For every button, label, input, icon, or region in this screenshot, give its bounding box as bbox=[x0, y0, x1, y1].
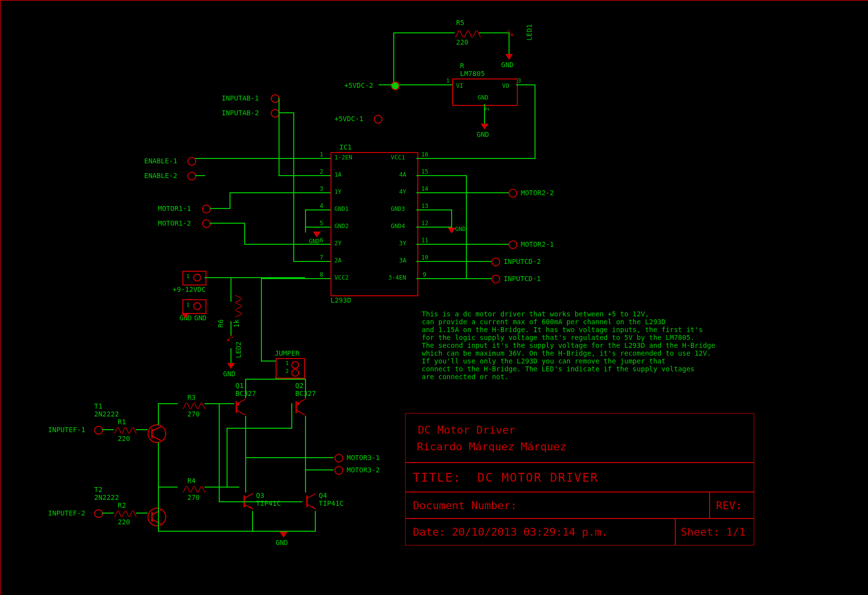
description-block: This is a dc motor driver that works bet… bbox=[422, 310, 715, 381]
transistor-icon bbox=[302, 492, 322, 513]
gnd-label: GND bbox=[309, 238, 320, 245]
q3-value: TIP41C bbox=[256, 499, 281, 507]
motor21-label: MOTOR2-1 bbox=[521, 240, 554, 248]
transistor-icon bbox=[291, 397, 311, 418]
motor31-pad bbox=[334, 454, 343, 463]
desc-line: If you'll use only the L293D you can rem… bbox=[422, 357, 715, 365]
gnd-label: GND bbox=[223, 370, 235, 378]
ic1-pin: 4Y bbox=[399, 188, 406, 195]
q1-name: Q1 bbox=[235, 382, 244, 389]
svg-line-3 bbox=[152, 436, 161, 440]
gnd-icon bbox=[313, 232, 321, 237]
gnd-icon bbox=[481, 124, 488, 129]
r5-value: 220 bbox=[456, 38, 468, 46]
gnd-icon bbox=[505, 54, 513, 60]
gnd-icon bbox=[280, 532, 287, 538]
ic1-pin: 3Y bbox=[399, 240, 406, 247]
resistor-icon: /\/\/\ bbox=[182, 485, 205, 494]
ic1-pin: GND1 bbox=[334, 206, 349, 212]
svg-point-0 bbox=[148, 425, 166, 442]
r4-name: R4 bbox=[187, 477, 196, 485]
ic1-pin: 2A bbox=[334, 257, 341, 264]
motor32-label: MOTOR3-2 bbox=[347, 466, 380, 474]
inputab2-label: INPUTAB-2 bbox=[222, 109, 259, 117]
r5-name: R5 bbox=[456, 19, 464, 26]
r1-value: 220 bbox=[118, 435, 130, 442]
reg-pin3-num: 3 bbox=[518, 78, 521, 84]
ic1-pinnum: 9 bbox=[423, 271, 426, 278]
inputcd2-label: INPUTCD-2 bbox=[504, 258, 541, 265]
ic1-pinnum: 11 bbox=[421, 237, 428, 244]
jumper-pin2: 2 bbox=[285, 368, 289, 374]
ic1-pin: 1A bbox=[334, 171, 341, 178]
r3-value: 270 bbox=[187, 410, 200, 418]
plus5vdc2-pad bbox=[391, 81, 400, 90]
inputef1-label: INPUTEF-1 bbox=[48, 426, 85, 434]
ic1-pinnum: 1 bbox=[320, 151, 323, 158]
tb-project: DC Motor Driver bbox=[418, 424, 515, 436]
inputef2-label: INPUTEF-2 bbox=[48, 509, 85, 517]
pad1-marker: 1 bbox=[186, 273, 190, 280]
ic1-pinnum: 16 bbox=[421, 151, 428, 158]
desc-line: and 1.15A on the H-Bridge. It has two vo… bbox=[422, 326, 715, 334]
svg-line-10 bbox=[296, 410, 305, 415]
t1-name: T1 bbox=[94, 402, 102, 410]
power-pad-912: 1 bbox=[182, 271, 206, 285]
ic1-pinnum: 15 bbox=[421, 168, 428, 175]
led-icon: ▷▸ bbox=[224, 334, 235, 345]
transistor-icon bbox=[231, 397, 251, 418]
jumper: 1 2 bbox=[276, 358, 305, 379]
r6-name: R6 bbox=[217, 319, 225, 328]
ic1-pin: GND4 bbox=[391, 223, 405, 230]
reg-pin-gnd: GND bbox=[478, 94, 488, 101]
reg-value: LM7805 bbox=[460, 70, 485, 78]
svg-line-15 bbox=[152, 519, 161, 524]
gnd-label: GND bbox=[455, 226, 466, 233]
inputcd2-pad bbox=[491, 258, 500, 266]
ic1-pin: VCC1 bbox=[391, 154, 405, 161]
tb-author: Ricardo Márquez Márquez bbox=[417, 440, 566, 453]
ic1-pinnum: 5 bbox=[320, 220, 323, 227]
tb-sheet: Sheet: 1/1 bbox=[681, 526, 745, 538]
ic1-pin: 1-2EN bbox=[334, 154, 352, 161]
p5vdc1-label: +5VDC-1 bbox=[334, 115, 363, 123]
svg-line-17 bbox=[244, 493, 253, 498]
r3-name: R3 bbox=[187, 393, 196, 401]
p912-label: +9-12VDC bbox=[173, 285, 205, 293]
t2-value: 2N2222 bbox=[94, 493, 119, 501]
svg-line-9 bbox=[296, 399, 305, 404]
voltage-regulator: VI VO GND bbox=[452, 78, 518, 106]
resistor-icon: /\/\/\ bbox=[182, 401, 205, 411]
ic1-pinnum: 6 bbox=[320, 237, 323, 244]
ic1-pinnum: 8 bbox=[320, 271, 323, 278]
svg-line-5 bbox=[236, 399, 245, 404]
gnd-label: GND bbox=[477, 130, 489, 138]
schematic-sheet: R5 /\/\/\ 220 ▷▸ LED1 GND R LM7805 VI VO… bbox=[0, 0, 868, 595]
tb-docnum-label: Document Number: bbox=[413, 499, 517, 512]
r2-name: R2 bbox=[118, 501, 126, 509]
t2-name: T2 bbox=[94, 486, 102, 493]
svg-line-21 bbox=[307, 493, 316, 498]
motor21-pad bbox=[509, 240, 517, 249]
motor12-pad bbox=[202, 219, 211, 228]
jumper-pin1: 1 bbox=[285, 360, 289, 366]
enable2-pad bbox=[187, 172, 196, 181]
desc-line: This is a dc motor driver that works bet… bbox=[422, 310, 715, 318]
gnd-label: GND bbox=[501, 61, 513, 69]
desc-line: for the logic supply voltage that's regu… bbox=[422, 334, 715, 341]
plus5vdc1-pad bbox=[374, 115, 383, 124]
gnd-label: GND bbox=[276, 539, 288, 546]
transistor-icon bbox=[147, 507, 167, 528]
led1-name: LED1 bbox=[525, 24, 533, 41]
gnd-icon bbox=[181, 313, 189, 319]
desc-line: can provide a current max of 600mA per c… bbox=[422, 318, 715, 326]
inputef1-pad bbox=[94, 426, 103, 435]
ic1-pin: GND3 bbox=[391, 206, 405, 212]
gnd-icon bbox=[227, 363, 235, 369]
reg-name: R bbox=[460, 62, 464, 70]
power-pad-gnd: 1 bbox=[182, 299, 206, 314]
r2-value: 220 bbox=[118, 518, 130, 526]
inputab1-label: INPUTAB-1 bbox=[222, 94, 259, 102]
q4-value: TIP41C bbox=[319, 499, 344, 507]
ic1-pin: 1Y bbox=[334, 188, 341, 195]
